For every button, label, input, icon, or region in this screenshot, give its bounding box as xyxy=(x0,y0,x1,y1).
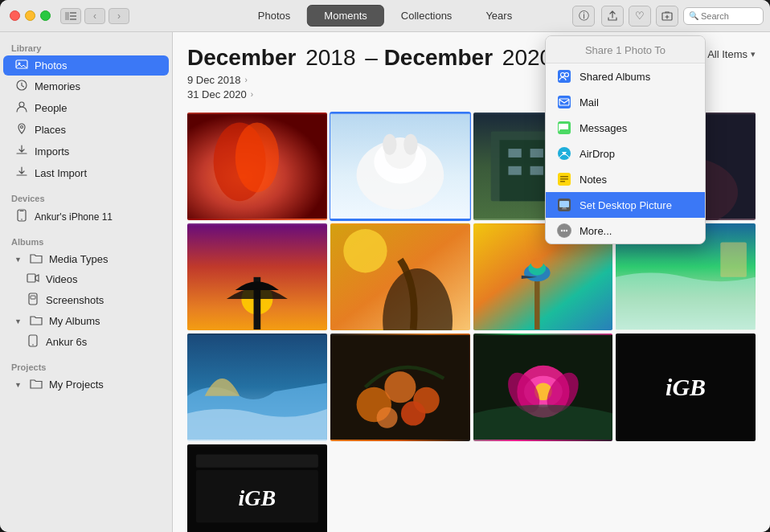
svg-rect-12 xyxy=(27,274,35,282)
window-controls: ‹ › xyxy=(60,8,129,24)
photo-cell[interactable] xyxy=(330,334,470,441)
photo-cell[interactable] xyxy=(187,223,327,331)
photo-cell[interactable]: iGB xyxy=(187,444,327,532)
svg-point-84 xyxy=(561,230,563,231)
share-item-more-label: More... xyxy=(580,225,612,237)
videos-icon xyxy=(26,272,40,286)
share-dropdown-header: Share 1 Photo To xyxy=(546,36,705,63)
sidebar-toggle-button[interactable] xyxy=(60,8,81,24)
sidebar-item-my-albums-label: My Albums xyxy=(49,315,100,327)
share-item-more[interactable]: More... xyxy=(546,218,705,243)
sidebar-item-imports[interactable]: Imports xyxy=(3,141,169,162)
svg-point-9 xyxy=(21,126,23,129)
back-button[interactable]: ‹ xyxy=(84,8,105,24)
filter-label: All Items xyxy=(707,48,747,60)
sidebar-item-places-label: Places xyxy=(35,124,66,136)
tab-moments[interactable]: Moments xyxy=(307,5,383,27)
share-item-shared-albums-label: Shared Albums xyxy=(580,71,650,83)
sidebar-section-library: Library xyxy=(0,39,172,55)
sidebar-item-ankur6s[interactable]: Ankur 6s xyxy=(3,331,169,353)
share-item-notes-label: Notes xyxy=(580,174,607,186)
sidebar-item-ankur6s-label: Ankur 6s xyxy=(46,336,87,348)
forward-button[interactable]: › xyxy=(109,8,129,24)
svg-rect-50 xyxy=(721,242,747,276)
svg-point-42 xyxy=(343,229,387,272)
photo-cell[interactable] xyxy=(330,223,470,331)
more-icon xyxy=(557,223,571,238)
sidebar-item-people[interactable]: People xyxy=(3,97,169,119)
sidebar-item-videos-label: Videos xyxy=(46,273,78,285)
svg-point-24 xyxy=(383,134,396,155)
close-button[interactable] xyxy=(10,10,20,21)
messages-icon xyxy=(557,121,571,135)
sidebar-section-devices: Devices xyxy=(0,189,172,206)
tab-collections[interactable]: Collections xyxy=(384,5,469,27)
search-box[interactable]: 🔍 xyxy=(683,7,764,25)
share-item-airdrop[interactable]: AirDrop xyxy=(546,141,705,166)
photo-cell[interactable] xyxy=(187,334,327,441)
sidebar-item-my-projects[interactable]: ▼ My Projects xyxy=(3,374,169,395)
photo-cell[interactable]: iGB xyxy=(616,334,756,441)
screenshots-icon xyxy=(26,293,40,308)
photo-cell[interactable] xyxy=(330,113,470,220)
date-range-start[interactable]: 9 Dec 2018 › xyxy=(187,74,552,86)
photo-cell[interactable] xyxy=(187,113,327,220)
sidebar-item-media-types-label: Media Types xyxy=(49,253,108,265)
chevron-down-icon-albums: ▼ xyxy=(14,317,22,325)
date-range-end[interactable]: 31 Dec 2020 › xyxy=(187,88,552,100)
svg-point-8 xyxy=(19,102,24,107)
add-to-album-button[interactable] xyxy=(656,6,678,27)
sidebar-item-my-projects-label: My Projects xyxy=(49,379,104,391)
share-item-messages[interactable]: Messages xyxy=(546,115,705,141)
folder-icon-media xyxy=(29,252,43,266)
svg-rect-0 xyxy=(65,12,69,20)
minimize-button[interactable] xyxy=(25,10,35,21)
people-icon xyxy=(14,100,29,116)
sidebar-item-last-import-label: Last Import xyxy=(35,167,87,179)
sidebar-item-videos[interactable]: Videos xyxy=(3,269,169,289)
share-item-shared-albums[interactable]: Shared Albums xyxy=(546,63,705,89)
sidebar-item-my-albums[interactable]: ▼ My Albums xyxy=(3,311,169,331)
sidebar-item-screenshots[interactable]: Screenshots xyxy=(3,289,169,311)
tab-years[interactable]: Years xyxy=(469,5,529,27)
places-icon xyxy=(14,122,29,137)
sidebar-item-photos-label: Photos xyxy=(35,59,67,72)
info-button[interactable]: ⓘ xyxy=(572,6,595,27)
chevron-down-icon-projects: ▼ xyxy=(14,381,22,389)
sidebar-item-memories-label: Memories xyxy=(35,80,80,92)
sidebar: Library Photos Memories People xyxy=(0,32,173,532)
toolbar-right: ⓘ ♡ 🔍 xyxy=(572,6,764,27)
sidebar-item-media-types[interactable]: ▼ Media Types xyxy=(3,249,169,269)
svg-rect-80 xyxy=(559,201,569,207)
maximize-button[interactable] xyxy=(40,10,51,21)
traffic-lights xyxy=(10,10,51,21)
sidebar-item-memories[interactable]: Memories xyxy=(3,76,169,97)
sidebar-item-people-label: People xyxy=(35,102,67,114)
svg-rect-14 xyxy=(31,296,35,299)
svg-rect-78 xyxy=(560,181,565,182)
share-item-set-desktop-label: Set Desktop Picture xyxy=(580,199,672,211)
share-item-mail[interactable]: Mail xyxy=(546,89,705,115)
sidebar-item-places[interactable]: Places xyxy=(3,119,169,141)
share-button[interactable] xyxy=(601,6,624,27)
svg-rect-82 xyxy=(563,207,566,209)
sidebar-item-iphone[interactable]: Ankur's iPhone 11 xyxy=(3,206,169,227)
svg-rect-76 xyxy=(560,176,568,178)
folder-icon-albums xyxy=(29,314,43,328)
share-item-mail-label: Mail xyxy=(580,96,599,108)
share-item-notes[interactable]: Notes xyxy=(546,166,705,192)
set-desktop-icon xyxy=(557,198,571,212)
svg-rect-77 xyxy=(560,178,568,180)
sidebar-item-photos[interactable]: Photos xyxy=(3,55,169,76)
mail-icon xyxy=(557,95,571,109)
favorite-button[interactable]: ♡ xyxy=(629,6,651,27)
share-item-set-desktop[interactable]: Set Desktop Picture xyxy=(546,192,705,218)
sidebar-item-last-import[interactable]: Last Import xyxy=(3,162,169,184)
search-input[interactable] xyxy=(701,11,765,21)
svg-rect-32 xyxy=(508,166,521,175)
photo-cell[interactable] xyxy=(473,334,613,441)
sidebar-item-screenshots-label: Screenshots xyxy=(46,294,104,306)
tab-photos[interactable]: Photos xyxy=(241,5,307,27)
photos-icon xyxy=(14,59,29,72)
folder-icon-projects xyxy=(29,378,43,391)
